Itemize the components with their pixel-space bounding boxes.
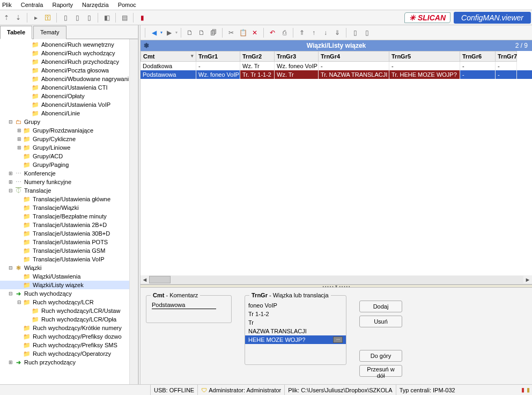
tree-item[interactable]: 📁Translacje/Ustawienia VoIP	[0, 255, 129, 264]
tree-item[interactable]: ⊟⏁Translacje	[0, 186, 129, 195]
list-item[interactable]: NAZWA TRANSLACJI	[245, 327, 346, 335]
tree-item[interactable]: 📁Abonenci/Linie	[0, 109, 129, 118]
nav-back-icon[interactable]: ◀	[149, 27, 159, 38]
list-item[interactable]: foneo VoIP	[245, 301, 346, 310]
hscroll-track[interactable]	[149, 276, 523, 283]
tree-item[interactable]: 📁Wiązki/Listy wiązek	[0, 281, 129, 289]
col-header[interactable]: TrnGr6	[460, 51, 496, 62]
copy-icon[interactable]: 🗐	[208, 27, 219, 38]
cut-icon[interactable]: ✂	[226, 27, 237, 38]
tree-item[interactable]: 📁Abonenci/Poczta głosowa	[0, 66, 129, 75]
paste-icon[interactable]: 📋	[238, 27, 248, 38]
menu-plik[interactable]: Plik	[2, 2, 12, 8]
col-header[interactable]: TrnGr4	[319, 51, 389, 62]
col-header[interactable]: TrnGr7	[496, 51, 517, 62]
tree-item[interactable]: ⊞📁Grupy/Liniowe	[0, 143, 129, 152]
tool-flag-icon[interactable]: ▸	[31, 12, 41, 23]
hscroll-left-icon[interactable]: ◄	[141, 276, 149, 283]
tree-item[interactable]: 📁Translacje/Ustawienia 2B+D	[0, 221, 129, 229]
new-icon[interactable]: 🗋	[184, 27, 195, 38]
tree-item[interactable]: 📁Abonenci/Wbudowane nagrywani	[0, 75, 129, 83]
status-icon1[interactable]: ▮	[521, 386, 524, 393]
tree-item[interactable]: 📁Wiązki/Ustawienia	[0, 272, 129, 281]
col-header[interactable]: TrnGr3	[275, 51, 319, 62]
tree-item[interactable]: 📁Ruch wychodzący/LCR/Ustaw	[0, 306, 129, 315]
list-item[interactable]: HEHE MOZE WOJP?⋯	[245, 335, 346, 344]
menu-narzedzia[interactable]: Narzędzia	[82, 2, 109, 8]
table-row[interactable]: PodstawowaWz. foneo VoIPTr. Tr 1-1-2Wz. …	[141, 70, 532, 79]
menu-centrala[interactable]: Centrala	[21, 2, 43, 8]
col-header[interactable]: Cmt	[141, 51, 196, 62]
list-item[interactable]: Tr	[245, 318, 346, 327]
tree-item[interactable]: 📁Ruch wychodzący/LCR/Opła	[0, 315, 129, 324]
up-button[interactable]: Do góry	[359, 350, 402, 362]
delete-button[interactable]: Usuń	[359, 316, 402, 327]
tool-doc-icon[interactable]: ▤	[119, 12, 130, 23]
col-header[interactable]: TrnGr2	[240, 51, 275, 62]
menu-raporty[interactable]: Raporty	[52, 2, 73, 8]
tool-c-icon[interactable]: ▯	[84, 12, 94, 23]
tree-item[interactable]: 📁Abonenci/Opłaty	[0, 92, 129, 100]
tool-1-icon[interactable]: ⇡	[1, 12, 12, 23]
tree-item[interactable]: ⊞📁Grupy/Rozdzwaniające	[0, 126, 129, 135]
tree-item[interactable]: 📁Abonenci/Ruch wychodzący	[0, 49, 129, 57]
nav-fwd-icon[interactable]: ▶	[164, 27, 174, 38]
tree-item[interactable]: 📁Ruch wychodzący/Prefiksy dozwo	[0, 332, 129, 341]
delete-icon[interactable]: ✕	[249, 27, 260, 38]
tree-scrollbar[interactable]	[129, 39, 138, 384]
cmt-input[interactable]	[152, 301, 216, 309]
tab-tabele[interactable]: Tabele	[0, 26, 32, 39]
grid-header[interactable]: CmtTrnGr1TrnGr2TrnGr3TrnGr4TrnGr5TrnGr6T…	[141, 51, 532, 62]
print-icon[interactable]: ⎙	[279, 27, 290, 38]
ellipsis-icon[interactable]: ⋯	[333, 337, 343, 343]
hscroll-thumb[interactable]	[149, 276, 171, 283]
add-button[interactable]: Dodaj	[359, 301, 402, 312]
status-icon2[interactable]: ▮	[527, 386, 530, 393]
grid-body[interactable]: Dodatkowa-Wz. TrWz. foneo VoIP----Podsta…	[141, 62, 532, 275]
table-row[interactable]: Dodatkowa-Wz. TrWz. foneo VoIP----	[141, 62, 532, 70]
col-header[interactable]: TrnGr1	[196, 51, 240, 62]
list-item[interactable]: Tr 1-1-2	[245, 310, 346, 318]
grid-hscroll[interactable]: ◄ ►	[141, 275, 532, 284]
tree-item[interactable]: ⊟📁Ruch wychodzący/LCR	[0, 298, 129, 306]
tree-item[interactable]: ⊟🗀Grupy	[0, 118, 129, 126]
col-header[interactable]: TrnGr5	[389, 51, 460, 62]
tree-item[interactable]: 📁Ruch wychodzący/Operatorzy	[0, 349, 129, 358]
tree-item[interactable]: 📁Abonenci/Ustawienia VoIP	[0, 100, 129, 109]
arr4-icon[interactable]: ⇓	[332, 27, 343, 38]
tree-item[interactable]: 📁Abonenci/Ruch przychodzący	[0, 57, 129, 66]
tool-b-icon[interactable]: ▯	[72, 12, 83, 23]
tree-item[interactable]: 📁Ruch wychodzący/Krótkie numery	[0, 324, 129, 332]
tree-item[interactable]: 📁Translacje/Ustawienia główne	[0, 195, 129, 203]
arr1-icon[interactable]: ⇑	[297, 27, 307, 38]
tool-key-icon[interactable]: ⚿	[42, 12, 53, 23]
tree-item[interactable]: 📁Abonenci/Ustawienia CTI	[0, 83, 129, 92]
undo-icon[interactable]: ↶	[267, 27, 278, 38]
tool-stop-icon[interactable]: ▮	[137, 12, 147, 23]
new2-icon[interactable]: 🗋	[196, 27, 207, 38]
tree-item[interactable]: 📁Translacje/Ustawienia GSM	[0, 246, 129, 255]
tree-item[interactable]: 📁Translacje/Bezpłatne minuty	[0, 212, 129, 221]
tree-item[interactable]: 📁Abonenci/Ruch wewnętrzny	[0, 40, 129, 49]
tree-item[interactable]: 📁Ruch wychodzący/Prefiksy SMS	[0, 341, 129, 349]
tree-item[interactable]: ⊞⋯Konferencje	[0, 169, 129, 178]
tab-tematy[interactable]: Tematy	[33, 26, 66, 39]
tool-2-icon[interactable]: ⇣	[13, 12, 24, 23]
arr2-icon[interactable]: ↑	[308, 27, 319, 38]
down-button[interactable]: Przesuń w dół	[359, 365, 402, 377]
tree-item[interactable]: ⊟➜Ruch wychodzący	[0, 289, 129, 298]
grp2-icon[interactable]: ▯	[361, 27, 372, 38]
tool-d-icon[interactable]: ◧	[101, 12, 112, 23]
tree-item[interactable]: ⊟❃Wiązki	[0, 264, 129, 272]
grp1-icon[interactable]: ▯	[350, 27, 360, 38]
arr3-icon[interactable]: ↓	[320, 27, 331, 38]
tree-item[interactable]: 📁Translacje/Ustawienia 30B+D	[0, 229, 129, 238]
menu-pomoc[interactable]: Pomoc	[118, 2, 136, 8]
tree-item[interactable]: ⊞➜Ruch przychodzący	[0, 358, 129, 367]
tree-item[interactable]: 📁Translacje/Ustawienia POTS	[0, 238, 129, 246]
tree[interactable]: 📁Abonenci/Ruch wewnętrzny📁Abonenci/Ruch …	[0, 39, 129, 384]
hscroll-right-icon[interactable]: ►	[523, 276, 532, 283]
tree-item[interactable]: 📁Grupy/Paging	[0, 160, 129, 169]
tree-item[interactable]: ⊞⋯Numery funkcyjne	[0, 178, 129, 186]
tree-item[interactable]: ⊞📁Grupy/Cykliczne	[0, 135, 129, 143]
